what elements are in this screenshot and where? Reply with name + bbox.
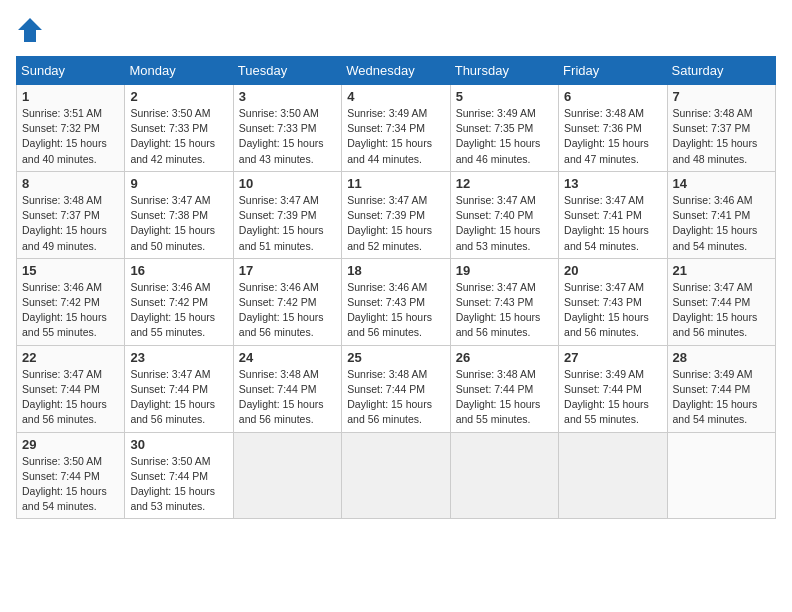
calendar-cell: 28 Sunrise: 3:49 AMSunset: 7:44 PMDaylig… <box>667 345 775 432</box>
calendar-cell: 16 Sunrise: 3:46 AMSunset: 7:42 PMDaylig… <box>125 258 233 345</box>
day-number: 19 <box>456 263 553 278</box>
calendar-cell <box>450 432 558 519</box>
day-number: 1 <box>22 89 119 104</box>
day-number: 3 <box>239 89 336 104</box>
header-wednesday: Wednesday <box>342 57 450 85</box>
day-info: Sunrise: 3:46 AMSunset: 7:42 PMDaylight:… <box>130 281 215 339</box>
day-number: 28 <box>673 350 770 365</box>
day-number: 10 <box>239 176 336 191</box>
header-sunday: Sunday <box>17 57 125 85</box>
header-saturday: Saturday <box>667 57 775 85</box>
day-number: 6 <box>564 89 661 104</box>
calendar-cell: 19 Sunrise: 3:47 AMSunset: 7:43 PMDaylig… <box>450 258 558 345</box>
day-number: 29 <box>22 437 119 452</box>
day-number: 7 <box>673 89 770 104</box>
calendar-cell: 3 Sunrise: 3:50 AMSunset: 7:33 PMDayligh… <box>233 85 341 172</box>
day-info: Sunrise: 3:48 AMSunset: 7:44 PMDaylight:… <box>239 368 324 426</box>
calendar-cell: 9 Sunrise: 3:47 AMSunset: 7:38 PMDayligh… <box>125 171 233 258</box>
day-number: 15 <box>22 263 119 278</box>
day-info: Sunrise: 3:47 AMSunset: 7:44 PMDaylight:… <box>130 368 215 426</box>
calendar-cell: 17 Sunrise: 3:46 AMSunset: 7:42 PMDaylig… <box>233 258 341 345</box>
day-number: 11 <box>347 176 444 191</box>
day-number: 5 <box>456 89 553 104</box>
header-friday: Friday <box>559 57 667 85</box>
day-number: 14 <box>673 176 770 191</box>
day-number: 24 <box>239 350 336 365</box>
day-number: 17 <box>239 263 336 278</box>
day-number: 9 <box>130 176 227 191</box>
logo-icon <box>16 16 44 44</box>
calendar-table: SundayMondayTuesdayWednesdayThursdayFrid… <box>16 56 776 519</box>
day-info: Sunrise: 3:49 AMSunset: 7:34 PMDaylight:… <box>347 107 432 165</box>
day-number: 23 <box>130 350 227 365</box>
day-number: 13 <box>564 176 661 191</box>
day-info: Sunrise: 3:50 AMSunset: 7:33 PMDaylight:… <box>130 107 215 165</box>
day-number: 22 <box>22 350 119 365</box>
calendar-cell: 18 Sunrise: 3:46 AMSunset: 7:43 PMDaylig… <box>342 258 450 345</box>
day-info: Sunrise: 3:49 AMSunset: 7:35 PMDaylight:… <box>456 107 541 165</box>
day-info: Sunrise: 3:46 AMSunset: 7:43 PMDaylight:… <box>347 281 432 339</box>
day-info: Sunrise: 3:50 AMSunset: 7:44 PMDaylight:… <box>130 455 215 513</box>
day-info: Sunrise: 3:46 AMSunset: 7:42 PMDaylight:… <box>239 281 324 339</box>
day-number: 4 <box>347 89 444 104</box>
calendar-cell: 29 Sunrise: 3:50 AMSunset: 7:44 PMDaylig… <box>17 432 125 519</box>
calendar-cell: 24 Sunrise: 3:48 AMSunset: 7:44 PMDaylig… <box>233 345 341 432</box>
calendar-cell: 14 Sunrise: 3:46 AMSunset: 7:41 PMDaylig… <box>667 171 775 258</box>
day-info: Sunrise: 3:50 AMSunset: 7:44 PMDaylight:… <box>22 455 107 513</box>
calendar-cell: 15 Sunrise: 3:46 AMSunset: 7:42 PMDaylig… <box>17 258 125 345</box>
day-number: 30 <box>130 437 227 452</box>
day-info: Sunrise: 3:48 AMSunset: 7:37 PMDaylight:… <box>22 194 107 252</box>
day-number: 16 <box>130 263 227 278</box>
day-info: Sunrise: 3:48 AMSunset: 7:36 PMDaylight:… <box>564 107 649 165</box>
day-info: Sunrise: 3:47 AMSunset: 7:40 PMDaylight:… <box>456 194 541 252</box>
day-info: Sunrise: 3:49 AMSunset: 7:44 PMDaylight:… <box>673 368 758 426</box>
day-number: 27 <box>564 350 661 365</box>
day-info: Sunrise: 3:47 AMSunset: 7:38 PMDaylight:… <box>130 194 215 252</box>
day-info: Sunrise: 3:47 AMSunset: 7:44 PMDaylight:… <box>22 368 107 426</box>
calendar-cell <box>342 432 450 519</box>
calendar-cell: 2 Sunrise: 3:50 AMSunset: 7:33 PMDayligh… <box>125 85 233 172</box>
calendar-cell: 25 Sunrise: 3:48 AMSunset: 7:44 PMDaylig… <box>342 345 450 432</box>
day-info: Sunrise: 3:47 AMSunset: 7:39 PMDaylight:… <box>347 194 432 252</box>
day-info: Sunrise: 3:47 AMSunset: 7:39 PMDaylight:… <box>239 194 324 252</box>
day-number: 21 <box>673 263 770 278</box>
calendar-cell: 4 Sunrise: 3:49 AMSunset: 7:34 PMDayligh… <box>342 85 450 172</box>
calendar-cell: 21 Sunrise: 3:47 AMSunset: 7:44 PMDaylig… <box>667 258 775 345</box>
page-header <box>16 16 776 44</box>
calendar-week-2: 8 Sunrise: 3:48 AMSunset: 7:37 PMDayligh… <box>17 171 776 258</box>
day-number: 25 <box>347 350 444 365</box>
calendar-cell: 12 Sunrise: 3:47 AMSunset: 7:40 PMDaylig… <box>450 171 558 258</box>
day-number: 2 <box>130 89 227 104</box>
day-info: Sunrise: 3:47 AMSunset: 7:44 PMDaylight:… <box>673 281 758 339</box>
calendar-cell: 22 Sunrise: 3:47 AMSunset: 7:44 PMDaylig… <box>17 345 125 432</box>
calendar-header-row: SundayMondayTuesdayWednesdayThursdayFrid… <box>17 57 776 85</box>
calendar-cell: 11 Sunrise: 3:47 AMSunset: 7:39 PMDaylig… <box>342 171 450 258</box>
calendar-cell <box>559 432 667 519</box>
day-number: 8 <box>22 176 119 191</box>
calendar-cell <box>233 432 341 519</box>
logo <box>16 16 48 44</box>
day-info: Sunrise: 3:46 AMSunset: 7:41 PMDaylight:… <box>673 194 758 252</box>
day-info: Sunrise: 3:51 AMSunset: 7:32 PMDaylight:… <box>22 107 107 165</box>
day-info: Sunrise: 3:47 AMSunset: 7:41 PMDaylight:… <box>564 194 649 252</box>
header-tuesday: Tuesday <box>233 57 341 85</box>
day-number: 26 <box>456 350 553 365</box>
calendar-cell: 13 Sunrise: 3:47 AMSunset: 7:41 PMDaylig… <box>559 171 667 258</box>
calendar-cell: 10 Sunrise: 3:47 AMSunset: 7:39 PMDaylig… <box>233 171 341 258</box>
calendar-cell: 8 Sunrise: 3:48 AMSunset: 7:37 PMDayligh… <box>17 171 125 258</box>
header-thursday: Thursday <box>450 57 558 85</box>
day-info: Sunrise: 3:47 AMSunset: 7:43 PMDaylight:… <box>564 281 649 339</box>
calendar-cell: 5 Sunrise: 3:49 AMSunset: 7:35 PMDayligh… <box>450 85 558 172</box>
day-info: Sunrise: 3:49 AMSunset: 7:44 PMDaylight:… <box>564 368 649 426</box>
calendar-cell: 1 Sunrise: 3:51 AMSunset: 7:32 PMDayligh… <box>17 85 125 172</box>
day-number: 12 <box>456 176 553 191</box>
calendar-cell: 27 Sunrise: 3:49 AMSunset: 7:44 PMDaylig… <box>559 345 667 432</box>
day-info: Sunrise: 3:48 AMSunset: 7:44 PMDaylight:… <box>456 368 541 426</box>
calendar-cell: 30 Sunrise: 3:50 AMSunset: 7:44 PMDaylig… <box>125 432 233 519</box>
calendar-week-4: 22 Sunrise: 3:47 AMSunset: 7:44 PMDaylig… <box>17 345 776 432</box>
day-info: Sunrise: 3:47 AMSunset: 7:43 PMDaylight:… <box>456 281 541 339</box>
calendar-cell: 20 Sunrise: 3:47 AMSunset: 7:43 PMDaylig… <box>559 258 667 345</box>
day-info: Sunrise: 3:48 AMSunset: 7:44 PMDaylight:… <box>347 368 432 426</box>
calendar-cell: 23 Sunrise: 3:47 AMSunset: 7:44 PMDaylig… <box>125 345 233 432</box>
day-info: Sunrise: 3:50 AMSunset: 7:33 PMDaylight:… <box>239 107 324 165</box>
